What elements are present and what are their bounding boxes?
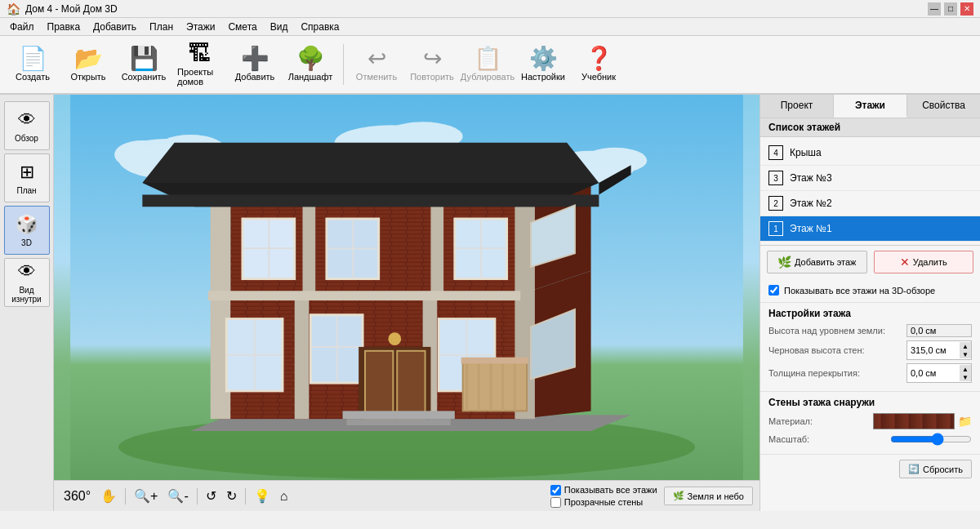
rotate-right-button[interactable]: ↻ <box>223 487 240 505</box>
sky-label: Земля и небо <box>688 491 744 501</box>
sidebar-btn-overview[interactable]: 👁Обзор <box>4 101 50 150</box>
svg-point-15 <box>583 148 647 173</box>
sidebar-btn-3d[interactable]: 🎲3D <box>4 206 50 255</box>
projects-label: Проекты домов <box>177 67 221 87</box>
sidebar-btn-plan[interactable]: ⊞План <box>4 153 50 202</box>
svg-rect-62 <box>346 419 451 425</box>
home-button[interactable]: ⌂ <box>277 487 292 505</box>
menubar-item-план[interactable]: План <box>143 20 180 34</box>
show-all-3d-input[interactable] <box>768 285 779 296</box>
material-folder-button[interactable]: 📁 <box>958 415 972 428</box>
transparent-walls-input[interactable] <box>550 497 561 508</box>
toolbar-btn-redo: ↪Повторить <box>406 39 458 90</box>
panel-tab-1[interactable]: Этажи <box>834 95 907 118</box>
toolbar-btn-help[interactable]: ❓Учебник <box>572 39 625 90</box>
delete-floor-button[interactable]: ✕ Удалить <box>874 251 974 273</box>
setting-input-2[interactable] <box>911 368 960 378</box>
show-all-floors-label: Показывать все этажи <box>564 485 657 495</box>
create-label: Создать <box>16 72 50 82</box>
sky-icon: 🌿 <box>673 491 684 501</box>
duplicate-label: Дублировать <box>461 72 514 82</box>
setting-label-2: Толщина перекрытия: <box>768 368 906 378</box>
spin-up-1[interactable]: ▲ <box>960 342 971 350</box>
panel-tab-2[interactable]: Свойства <box>907 95 980 118</box>
zoom-out-button[interactable]: 🔍- <box>164 487 191 505</box>
spin-down-1[interactable]: ▼ <box>960 350 971 358</box>
menubar-item-справка[interactable]: Справка <box>294 20 345 34</box>
menubar-item-вид[interactable]: Вид <box>264 20 295 34</box>
floor-name-3: Этаж №3 <box>790 172 832 184</box>
panel-tab-0[interactable]: Проект <box>760 95 834 118</box>
hand-button[interactable]: ✋ <box>97 487 120 505</box>
walls-title: Стены этажа снаружи <box>768 397 972 408</box>
svg-rect-61 <box>343 411 455 419</box>
svg-rect-52 <box>461 358 528 364</box>
reset-button[interactable]: 🔄 Сбросить <box>899 460 972 478</box>
toolbar-btn-create[interactable]: 📄Создать <box>7 39 59 90</box>
floor-item-3[interactable]: 3Этаж №3 <box>760 166 980 191</box>
menubar-item-этажи[interactable]: Этажи <box>180 20 221 34</box>
floor-num-2: 2 <box>768 196 783 211</box>
svg-rect-59 <box>365 351 393 419</box>
minimize-button[interactable]: — <box>928 2 941 16</box>
svg-rect-60 <box>397 351 425 419</box>
setting-value-0 <box>906 324 972 337</box>
sidebar-btn-interior[interactable]: 👁Вид изнутри <box>4 258 50 307</box>
toolbar-btn-projects[interactable]: 🏗Проекты домов <box>173 39 225 90</box>
redo-label: Повторить <box>410 72 454 82</box>
settings-label: Настройки <box>521 72 565 82</box>
transparent-walls-check[interactable]: Прозрачные стены <box>550 497 657 508</box>
floor-item-2[interactable]: 2Этаж №2 <box>760 191 980 216</box>
toolbar: 📄Создать📂Открыть💾Сохранить🏗Проекты домов… <box>0 36 980 95</box>
setting-input-1[interactable] <box>911 345 960 355</box>
floor-list: 4Крыша3Этаж №32Этаж №21Этаж №1 <box>760 137 980 245</box>
toolbar-btn-settings[interactable]: ⚙️Настройки <box>517 39 569 90</box>
toolbar-btn-open[interactable]: 📂Открыть <box>62 39 114 90</box>
toolbar-btn-add[interactable]: ➕Добавить <box>229 39 281 90</box>
sky-button[interactable]: 🌿 Земля и небо <box>664 487 753 505</box>
panel-tabs: ПроектЭтажиСвойства <box>760 95 980 118</box>
panel-content: Список этажей 4Крыша3Этаж №32Этаж №21Эта… <box>760 118 980 511</box>
setting-input-0 <box>911 326 960 336</box>
show-all-floors-input[interactable] <box>550 485 561 496</box>
menubar-item-файл[interactable]: Файл <box>3 20 41 34</box>
walls-section: Стены этажа снаружи Материал: 📁 Масштаб: <box>760 392 980 455</box>
left-sidebar: 👁Обзор⊞План🎲3D👁Вид изнутри <box>0 95 54 511</box>
light-button[interactable]: 💡 <box>251 487 274 505</box>
viewport[interactable]: 360° ✋ 🔍+ 🔍- ↺ ↻ 💡 ⌂ Показывать все этаж… <box>54 95 760 511</box>
toolbar-btn-undo: ↩Отменить <box>350 39 403 90</box>
floor-settings: Настройки этажа Высота над уровнем земли… <box>760 303 980 392</box>
setting-label-1: Черновая высота стен: <box>768 345 906 355</box>
show-all-floors-check[interactable]: Показывать все этажи <box>550 485 657 496</box>
toolbar-btn-save[interactable]: 💾Сохранить <box>118 39 170 90</box>
menubar-item-добавить[interactable]: Добавить <box>87 20 143 34</box>
maximize-button[interactable]: □ <box>944 2 957 16</box>
setting-row-1: Черновая высота стен:▲▼ <box>768 340 972 360</box>
save-label: Сохранить <box>122 72 167 82</box>
close-button[interactable]: ✕ <box>960 2 973 16</box>
spin-down-2[interactable]: ▼ <box>960 373 971 381</box>
svg-rect-63 <box>350 425 447 431</box>
floor-item-4[interactable]: 4Крыша <box>760 140 980 166</box>
menubar-item-смета[interactable]: Смета <box>221 20 263 34</box>
transparent-walls-label: Прозрачные стены <box>564 497 643 507</box>
zoom-in-button[interactable]: 🔍+ <box>131 487 161 505</box>
scale-slider[interactable] <box>890 433 972 446</box>
setting-label-0: Высота над уровнем земли: <box>768 326 906 336</box>
menubar-item-правка[interactable]: Правка <box>41 20 87 34</box>
material-preview[interactable] <box>873 413 955 429</box>
reset-section: 🔄 Сбросить <box>760 455 980 483</box>
material-row: Материал: 📁 <box>768 413 972 429</box>
setting-value-1: ▲▼ <box>906 340 972 360</box>
floor-num-1: 1 <box>768 221 783 236</box>
add-floor-button[interactable]: 🌿 Добавить этаж <box>767 251 867 273</box>
separator2 <box>197 488 198 505</box>
floor-item-1[interactable]: 1Этаж №1 <box>760 216 980 242</box>
rotate-left-button[interactable]: ↺ <box>203 487 220 505</box>
settings-title: Настройки этажа <box>768 308 972 319</box>
spin-up-2[interactable]: ▲ <box>960 365 971 373</box>
360-button[interactable]: 360° <box>60 487 94 505</box>
toolbar-btn-landscape[interactable]: 🌳Ландшафт <box>284 39 336 90</box>
show-all-3d-checkbox[interactable]: Показывать все этажи на 3D-обзоре <box>760 278 980 303</box>
svg-marker-31 <box>142 143 599 183</box>
